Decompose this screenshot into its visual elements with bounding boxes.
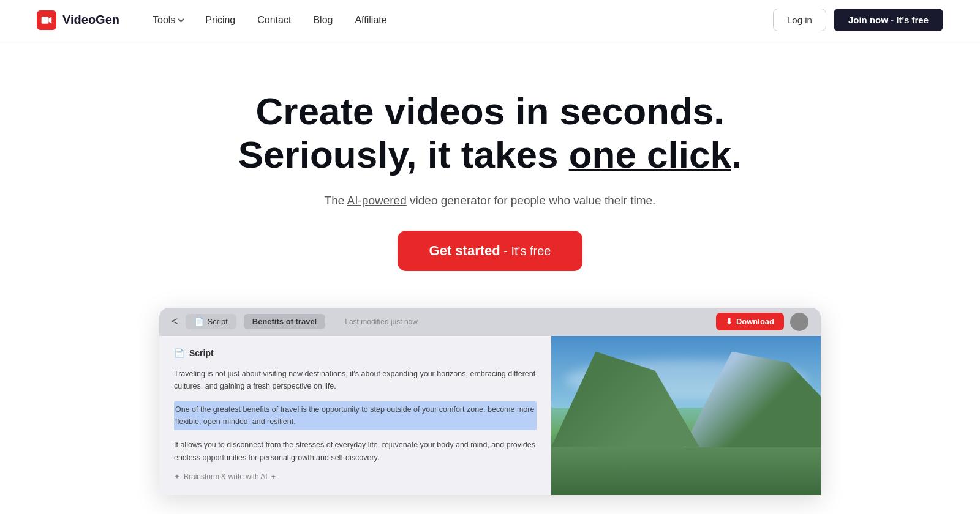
tab-file-icon: 📄 <box>194 317 204 326</box>
svg-rect-0 <box>42 17 49 24</box>
script-panel: 📄 Script Traveling is not just about vis… <box>159 336 551 495</box>
download-button[interactable]: ⬇ Download <box>716 313 784 330</box>
script-section-header: 📄 Script <box>174 348 537 358</box>
script-file-icon: 📄 <box>174 348 184 358</box>
nav-links: Tools Pricing Contact Blog Affiliate <box>144 10 396 31</box>
nav-blog[interactable]: Blog <box>304 10 341 31</box>
window-body: 📄 Script Traveling is not just about vis… <box>159 336 821 495</box>
app-preview-container: < 📄 Script Benefits of travel Last modif… <box>0 308 980 495</box>
nav-left: VideoGen Tools Pricing Contact Blog Affi… <box>37 10 396 31</box>
navbar: VideoGen Tools Pricing Contact Blog Affi… <box>0 0 980 40</box>
titlebar-right: ⬇ Download <box>716 313 809 331</box>
preview-window: < 📄 Script Benefits of travel Last modif… <box>159 308 821 495</box>
video-panel <box>551 336 821 495</box>
ai-powered-link[interactable]: AI-powered <box>347 194 407 207</box>
nav-right: Log in Join now - It's free <box>773 9 943 31</box>
script-para-3: It allows you to disconnect from the str… <box>174 439 537 464</box>
login-button[interactable]: Log in <box>773 9 826 31</box>
logo-icon <box>37 10 56 30</box>
nav-pricing[interactable]: Pricing <box>197 10 244 31</box>
nav-tools[interactable]: Tools <box>144 10 192 31</box>
logo-text: VideoGen <box>62 13 119 27</box>
nav-contact[interactable]: Contact <box>249 10 300 31</box>
logo[interactable]: VideoGen <box>37 10 119 30</box>
hero-subtitle: The AI-powered video generator for peopl… <box>325 194 656 207</box>
mountain-scene <box>551 336 821 495</box>
script-para-2-highlighted: One of the greatest benefits of travel i… <box>174 401 537 430</box>
join-button[interactable]: Join now - It's free <box>834 9 943 31</box>
avatar <box>790 313 809 331</box>
script-para-1: Traveling is not just about visiting new… <box>174 368 537 393</box>
hero-title: Create videos in seconds. Seriously, it … <box>238 89 742 177</box>
ai-sparkle-icon: ✦ <box>174 472 180 481</box>
chevron-down-icon <box>178 16 184 22</box>
back-button[interactable]: < <box>172 315 178 328</box>
nav-affiliate[interactable]: Affiliate <box>346 10 395 31</box>
grass <box>551 447 821 495</box>
window-titlebar: < 📄 Script Benefits of travel Last modif… <box>159 308 821 336</box>
tab-benefits[interactable]: Benefits of travel <box>244 314 325 329</box>
titlebar-left: < 📄 Script Benefits of travel Last modif… <box>172 314 418 329</box>
get-started-button[interactable]: Get started - It's free <box>398 231 583 271</box>
script-bottom-action[interactable]: ✦ Brainstorm & write with AI + <box>174 472 537 481</box>
hero-section: Create videos in seconds. Seriously, it … <box>0 40 980 308</box>
tab-script[interactable]: 📄 Script <box>186 314 236 329</box>
plus-icon: + <box>271 472 276 481</box>
download-icon: ⬇ <box>726 317 733 326</box>
modified-text: Last modified just now <box>345 318 418 326</box>
